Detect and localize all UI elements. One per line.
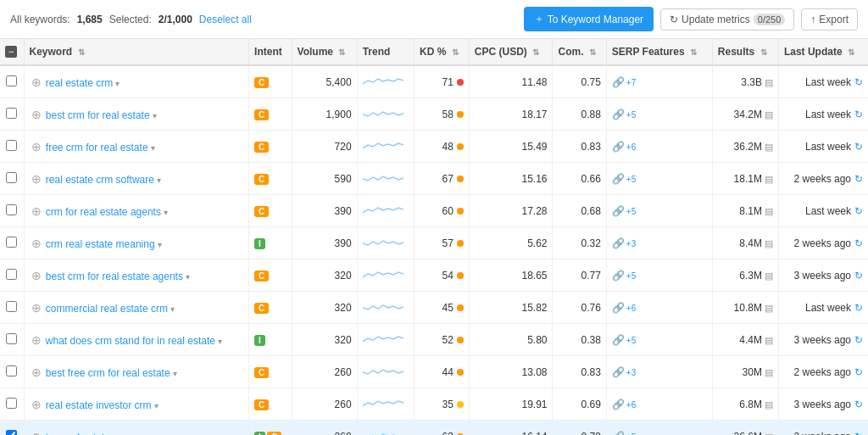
keyword-dropdown-arrow[interactable]: ▾ (218, 337, 222, 346)
refresh-row-icon[interactable]: ↻ (854, 237, 863, 249)
col-intent[interactable]: Intent (249, 39, 292, 65)
col-kd[interactable]: KD % ⇅ (415, 39, 470, 65)
serp-plus-badge[interactable]: +5 (626, 432, 636, 436)
update-text: 3 weeks ago (794, 334, 851, 346)
keyword-link[interactable]: real estate investor crm (46, 399, 152, 411)
plus-icon: ＋ (534, 12, 544, 26)
row-checkbox[interactable] (6, 398, 17, 409)
export-button[interactable]: ↑ Export (801, 8, 858, 31)
deselect-all-link[interactable]: Deselect all (199, 14, 252, 25)
keyword-link[interactable]: crm for real estate agents (46, 206, 161, 218)
results-icon: ▤ (765, 335, 773, 345)
keyword-dropdown-arrow[interactable]: ▾ (186, 272, 190, 282)
add-keyword-button[interactable]: ⊕ (30, 301, 43, 315)
serp-plus-badge[interactable]: +5 (626, 110, 636, 120)
row-checkbox[interactable] (6, 301, 17, 312)
add-keyword-button[interactable]: ⊕ (30, 237, 43, 250)
keyword-link[interactable]: real estate crm software (46, 174, 154, 186)
row-checkbox[interactable] (6, 172, 17, 183)
intent-cell: C (249, 292, 292, 324)
serp-plus-badge[interactable]: +5 (626, 271, 636, 281)
serp-plus-badge[interactable]: +3 (626, 239, 636, 248)
refresh-row-icon[interactable]: ↻ (854, 205, 863, 217)
refresh-row-icon[interactable]: ↻ (854, 173, 863, 185)
add-keyword-button[interactable]: ⊕ (30, 398, 43, 411)
col-results[interactable]: Results ⇅ (712, 39, 778, 65)
add-keyword-button[interactable]: ⊕ (30, 430, 43, 436)
col-com[interactable]: Com. ⇅ (553, 39, 606, 65)
keyword-dropdown-arrow[interactable]: ▾ (151, 143, 155, 153)
keyword-link[interactable]: free crm for real estate (46, 142, 148, 153)
serp-plus-badge[interactable]: +6 (626, 142, 636, 152)
add-keyword-button[interactable]: ⊕ (30, 365, 43, 379)
results-icon: ▤ (765, 206, 773, 216)
update-cell: Last week↻ (778, 131, 868, 163)
cpc-cell: 11.48 (469, 65, 553, 98)
refresh-row-icon[interactable]: ↻ (854, 399, 863, 410)
refresh-row-icon[interactable]: ↻ (854, 76, 863, 88)
keyword-manager-button[interactable]: ＋ To Keyword Manager (524, 7, 654, 31)
serp-plus-badge[interactable]: +5 (626, 336, 636, 345)
add-keyword-button[interactable]: ⊕ (30, 108, 43, 121)
add-keyword-button[interactable]: ⊕ (30, 204, 43, 218)
kd-value: 57 (442, 237, 453, 249)
add-keyword-button[interactable]: ⊕ (30, 75, 43, 89)
refresh-row-icon[interactable]: ↻ (854, 366, 863, 378)
deselect-all-button[interactable]: − (5, 46, 17, 58)
col-cpc[interactable]: CPC (USD) ⇅ (469, 39, 553, 65)
refresh-row-icon[interactable]: ↻ (854, 334, 863, 346)
refresh-row-icon[interactable]: ↻ (854, 109, 863, 120)
update-cell: Last week↻ (778, 98, 868, 131)
serp-plus-badge[interactable]: +5 (626, 175, 636, 184)
keyword-dropdown-arrow[interactable]: ▾ (170, 304, 175, 314)
keyword-dropdown-arrow[interactable]: ▾ (158, 240, 162, 249)
add-keyword-button[interactable]: ⊕ (30, 172, 43, 186)
keyword-dropdown-arrow[interactable]: ▾ (173, 369, 177, 378)
row-checkbox[interactable] (6, 430, 17, 436)
keyword-link[interactable]: crm real estate meaning (46, 238, 155, 250)
select-all-header[interactable]: − (0, 39, 24, 65)
col-trend[interactable]: Trend (357, 39, 414, 65)
row-checkbox[interactable] (6, 108, 17, 119)
serp-plus-badge[interactable]: +3 (626, 368, 636, 377)
row-checkbox[interactable] (6, 365, 17, 376)
serp-plus-badge[interactable]: +7 (626, 78, 636, 87)
col-keyword[interactable]: Keyword ⇅ (24, 39, 249, 65)
keyword-link[interactable]: what does crm stand for in real estate (46, 335, 215, 347)
add-keyword-button[interactable]: ⊕ (30, 333, 43, 347)
keyword-dropdown-arrow[interactable]: ▾ (115, 79, 120, 88)
row-checkbox[interactable] (6, 140, 17, 151)
keyword-dropdown-arrow[interactable]: ▾ (154, 401, 159, 410)
col-update[interactable]: Last Update ⇅ (778, 39, 868, 65)
serp-link-icon: 🔗 (612, 76, 625, 88)
keyword-dropdown-arrow[interactable]: ▾ (153, 111, 157, 120)
add-keyword-button[interactable]: ⊕ (30, 269, 43, 282)
row-checkbox[interactable] (6, 269, 17, 280)
row-checkbox[interactable] (6, 333, 17, 344)
update-metrics-button[interactable]: ↻ Update metrics 0/250 (660, 8, 794, 31)
keyword-link[interactable]: best crm for real estate agents (46, 270, 183, 282)
row-checkbox[interactable] (6, 204, 17, 215)
refresh-row-icon[interactable]: ↻ (854, 431, 863, 436)
col-volume[interactable]: Volume ⇅ (292, 39, 357, 65)
keyword-link[interactable]: best crm for real estate (46, 109, 150, 121)
add-keyword-button[interactable]: ⊕ (30, 140, 43, 153)
keyword-dropdown-arrow[interactable]: ▾ (157, 176, 161, 185)
row-checkbox[interactable] (6, 237, 17, 248)
serp-plus-badge[interactable]: +5 (626, 207, 636, 216)
keyword-link[interactable]: commercial real estate crm (46, 303, 168, 315)
keyword-link[interactable]: top real estate crm (46, 432, 130, 436)
keyword-link[interactable]: real estate crm (46, 77, 113, 89)
serp-plus-badge[interactable]: +6 (626, 400, 636, 410)
refresh-row-icon[interactable]: ↻ (854, 302, 863, 314)
results-value: 6.8M (739, 399, 762, 410)
com-cell: 0.69 (553, 388, 606, 421)
refresh-row-icon[interactable]: ↻ (854, 141, 863, 153)
keyword-link[interactable]: best free crm for real estate (46, 367, 170, 379)
kd-value: 60 (442, 205, 453, 217)
row-checkbox[interactable] (6, 75, 17, 86)
refresh-row-icon[interactable]: ↻ (854, 270, 863, 282)
col-serp[interactable]: SERP Features ⇅ (606, 39, 712, 65)
keyword-dropdown-arrow[interactable]: ▾ (164, 208, 168, 217)
serp-plus-badge[interactable]: +6 (626, 304, 636, 313)
